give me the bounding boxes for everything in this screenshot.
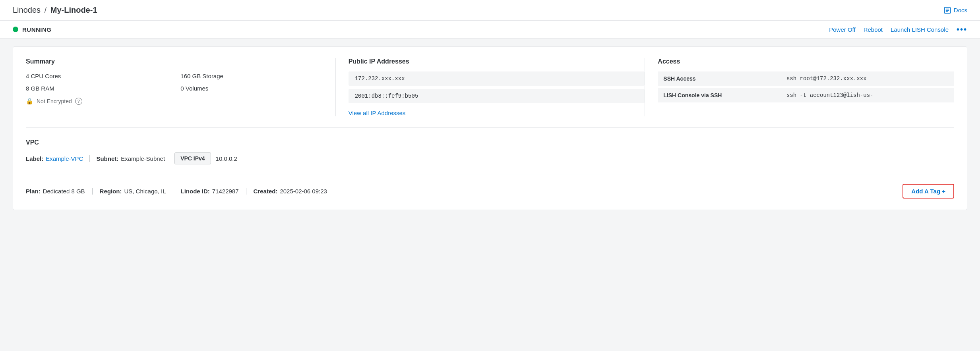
region-key: Region:	[100, 188, 122, 195]
lish-row: LISH Console via SSH ssh -t account123@l…	[658, 88, 954, 102]
status-actions: Power Off Reboot Launch LISH Console •••	[829, 25, 967, 33]
vpc-title: VPC	[26, 139, 954, 146]
top-grid: Summary 4 CPU Cores 160 GB Storage 8 GB …	[26, 58, 954, 128]
cpu-cores: 4 CPU Cores	[26, 71, 180, 81]
ipv6-address: 2001:db8::fef9:b505	[349, 89, 645, 103]
docs-label: Docs	[954, 7, 967, 14]
vpc-label-value[interactable]: Example-VPC	[46, 155, 83, 162]
vpc-divider	[89, 155, 90, 162]
main-card: Summary 4 CPU Cores 160 GB Storage 8 GB …	[13, 46, 967, 210]
view-all-ip-link[interactable]: View all IP Addresses	[349, 110, 406, 116]
launch-lish-button[interactable]: Launch LISH Console	[891, 26, 949, 33]
add-tag-button[interactable]: Add A Tag +	[903, 184, 954, 199]
status-bar: RUNNING Power Off Reboot Launch LISH Con…	[0, 21, 980, 39]
power-off-button[interactable]: Power Off	[829, 26, 855, 33]
vpc-section: VPC Label: Example-VPC Subnet: Example-S…	[26, 139, 954, 174]
linode-id-value: 71422987	[212, 188, 239, 195]
vpc-ipv4-badge: VPC IPv4	[174, 152, 211, 164]
vpc-ip-value: 10.0.0.2	[216, 155, 237, 162]
summary-title: Summary	[26, 58, 335, 65]
volumes: 0 Volumes	[180, 84, 335, 93]
access-table: SSH Access ssh root@172.232.xxx.xxx LISH…	[658, 71, 954, 102]
meta-sep-3	[246, 188, 246, 195]
lish-value: ssh -t account123@lish-us-	[781, 88, 954, 102]
ssh-value: ssh root@172.232.xxx.xxx	[781, 71, 954, 86]
access-section: Access SSH Access ssh root@172.232.xxx.x…	[645, 58, 954, 116]
docs-link[interactable]: Docs	[943, 6, 967, 14]
ipv4-address: 172.232.xxx.xxx	[349, 71, 645, 86]
breadcrumb-bar: Linodes / My-Linode-1 Docs	[0, 0, 980, 21]
vpc-row: Label: Example-VPC Subnet: Example-Subne…	[26, 152, 954, 164]
created-key: Created:	[254, 188, 278, 195]
status-left: RUNNING	[13, 26, 52, 33]
lish-label: LISH Console via SSH	[658, 88, 781, 102]
status-label: RUNNING	[22, 26, 52, 33]
more-menu-button[interactable]: •••	[957, 25, 967, 33]
page-wrapper: Linodes / My-Linode-1 Docs RUNNING Power…	[0, 0, 980, 351]
summary-row-2: 8 GB RAM 0 Volumes	[26, 84, 335, 93]
summary-row-1: 4 CPU Cores 160 GB Storage	[26, 71, 335, 81]
docs-icon	[943, 6, 951, 14]
ram: 8 GB RAM	[26, 84, 180, 93]
ip-title: Public IP Addresses	[349, 58, 645, 65]
meta-sep-1	[92, 188, 93, 195]
breadcrumb-separator: /	[45, 6, 47, 14]
storage: 160 GB Storage	[180, 71, 335, 81]
breadcrumb-parent[interactable]: Linodes	[13, 6, 41, 14]
plan-key: Plan:	[26, 188, 41, 195]
meta-sep-2	[173, 188, 173, 195]
footer-meta: Plan: Dedicated 8 GB Region: US, Chicago…	[26, 188, 327, 195]
summary-section: Summary 4 CPU Cores 160 GB Storage 8 GB …	[26, 58, 335, 116]
ssh-row: SSH Access ssh root@172.232.xxx.xxx	[658, 71, 954, 86]
ip-section: Public IP Addresses 172.232.xxx.xxx 2001…	[335, 58, 645, 116]
vpc-subnet-value: Example-Subnet	[121, 155, 165, 162]
encryption-row: 🔒 Not Encrypted ?	[26, 98, 335, 105]
vpc-label-key: Label:	[26, 155, 43, 162]
help-icon[interactable]: ?	[75, 98, 82, 105]
access-title: Access	[658, 58, 954, 65]
ssh-label: SSH Access	[658, 71, 781, 86]
breadcrumb-current: My-Linode-1	[50, 6, 97, 14]
region-value: US, Chicago, IL	[124, 188, 166, 195]
plan-value: Dedicated 8 GB	[43, 188, 85, 195]
linode-id-key: Linode ID:	[180, 188, 209, 195]
lock-icon: 🔒	[26, 98, 33, 105]
footer-row: Plan: Dedicated 8 GB Region: US, Chicago…	[26, 184, 954, 199]
vpc-subnet-key: Subnet:	[96, 155, 118, 162]
breadcrumb: Linodes / My-Linode-1	[13, 6, 97, 15]
reboot-button[interactable]: Reboot	[864, 26, 883, 33]
encryption-label: Not Encrypted	[37, 98, 72, 104]
created-value: 2025-02-06 09:23	[280, 188, 327, 195]
status-dot	[13, 27, 18, 32]
